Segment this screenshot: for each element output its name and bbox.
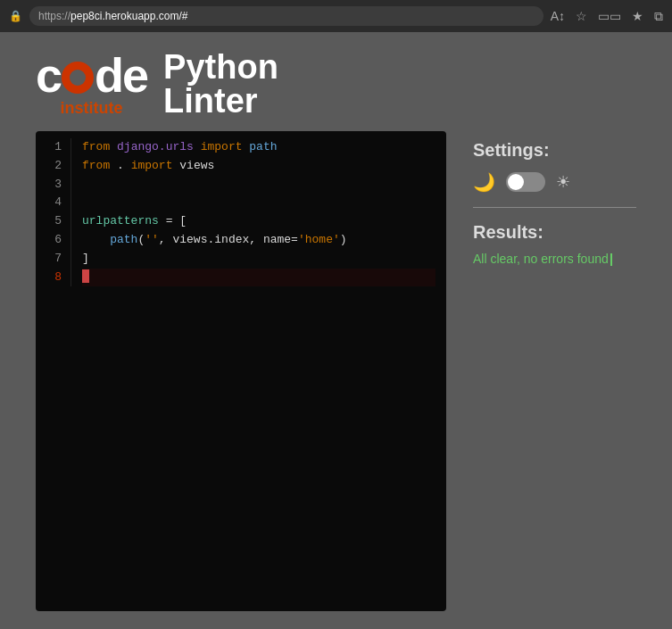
- line-num-5: 5: [45, 212, 62, 231]
- code-line-7: ]: [82, 250, 436, 269]
- app-title-line2: Linter: [163, 84, 278, 118]
- settings-label: Settings:: [473, 140, 636, 161]
- divider: [473, 207, 636, 208]
- logo-row: c de institute Python: [36, 50, 278, 118]
- text-resize-icon[interactable]: A↕: [551, 9, 565, 23]
- code-content: 1 2 3 4 5 6 7 8 from django.urls import …: [36, 131, 446, 294]
- code-line-4: [82, 194, 436, 212]
- cursor-blink: [610, 253, 612, 266]
- code-editor[interactable]: 1 2 3 4 5 6 7 8 from django.urls import …: [36, 131, 446, 611]
- right-panel: Settings: 🌙 ☀ Results: All clear, no err…: [473, 131, 636, 611]
- logo-container: c de institute Python: [36, 50, 278, 118]
- sun-icon: ☀: [556, 172, 570, 192]
- line-num-6: 6: [45, 231, 62, 250]
- favorites-icon[interactable]: ★: [632, 9, 643, 23]
- line-numbers: 1 2 3 4 5 6 7 8: [36, 138, 71, 286]
- code-lines[interactable]: from django.urls import path from . impo…: [71, 138, 446, 286]
- reading-view-icon[interactable]: ▭▭: [598, 9, 621, 23]
- line-num-4: 4: [45, 194, 62, 212]
- line-num-1: 1: [45, 138, 62, 157]
- browser-chrome: 🔒 https:// pep8ci.herokuapp.com/# A↕ ☆ ▭…: [0, 0, 672, 32]
- line-num-3: 3: [45, 176, 62, 194]
- header: c de institute Python: [0, 32, 672, 131]
- line-num-2: 2: [45, 157, 62, 176]
- results-label: Results:: [473, 222, 636, 243]
- url-domain: pep8ci.herokuapp.com/#: [71, 10, 187, 22]
- code-line-1: from django.urls import path: [82, 138, 436, 157]
- logo-o-letter: [61, 51, 95, 99]
- lock-icon: 🔒: [9, 10, 22, 22]
- bookmark-icon[interactable]: ☆: [576, 9, 587, 23]
- ci-logo: c de institute: [36, 51, 147, 118]
- main-content: c de institute Python: [0, 32, 672, 629]
- app-title-line1: Python: [163, 50, 278, 84]
- logo-institute: institute: [36, 99, 147, 118]
- line-num-7: 7: [45, 250, 62, 269]
- code-line-6: path('', views.index, name='home'): [82, 231, 436, 250]
- svg-point-1: [70, 70, 86, 86]
- logo-c-letter: c: [36, 51, 61, 99]
- line-num-8: 8: [45, 269, 62, 287]
- browser-toolbar: A↕ ☆ ▭▭ ★ ⧉: [551, 9, 663, 24]
- code-line-5: urlpatterns = [: [82, 212, 436, 231]
- app-title: Python Linter: [163, 50, 278, 118]
- code-line-3: [82, 176, 436, 194]
- moon-icon: 🌙: [473, 171, 495, 193]
- results-text: All clear, no errors found: [473, 252, 636, 266]
- theme-toggle-row: 🌙 ☀: [473, 171, 636, 193]
- address-bar[interactable]: https:// pep8ci.herokuapp.com/#: [29, 6, 543, 26]
- logo-de-letters: de: [95, 51, 147, 99]
- theme-toggle[interactable]: [506, 172, 545, 192]
- results-message: All clear, no errors found: [473, 252, 609, 266]
- code-line-8: [82, 269, 436, 287]
- code-line-2: from . import views: [82, 157, 436, 176]
- body-area: 1 2 3 4 5 6 7 8 from django.urls import …: [0, 131, 672, 629]
- collections-icon[interactable]: ⧉: [654, 9, 663, 24]
- url-prefix: https://: [38, 10, 71, 22]
- toggle-knob: [508, 174, 524, 190]
